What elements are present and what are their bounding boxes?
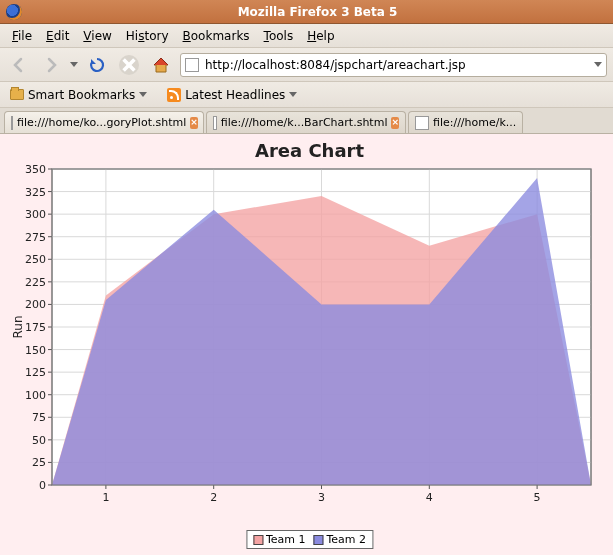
- menu-history[interactable]: History: [120, 27, 175, 45]
- svg-text:100: 100: [25, 389, 46, 402]
- forward-button[interactable]: [38, 52, 64, 78]
- page-content: Area Chart 02550751001251501752002252502…: [0, 134, 613, 555]
- legend-item: Team 2: [314, 533, 367, 546]
- close-icon[interactable]: ×: [391, 117, 399, 129]
- area-chart: 0255075100125150175200225250275300325350…: [8, 161, 603, 531]
- svg-text:175: 175: [25, 321, 46, 334]
- svg-text:3: 3: [318, 491, 325, 504]
- svg-text:275: 275: [25, 231, 46, 244]
- svg-text:50: 50: [32, 434, 46, 447]
- folder-icon: [10, 89, 24, 100]
- close-icon[interactable]: ×: [190, 117, 198, 129]
- menu-edit[interactable]: Edit: [40, 27, 75, 45]
- svg-text:75: 75: [32, 411, 46, 424]
- tab-label: file:///home/k...: [433, 116, 516, 129]
- menu-help[interactable]: Help: [301, 27, 340, 45]
- menu-file[interactable]: File: [6, 27, 38, 45]
- menu-bookmarks[interactable]: Bookmarks: [177, 27, 256, 45]
- page-icon: [11, 116, 13, 130]
- tab-2[interactable]: file:///home/k...: [408, 111, 523, 133]
- svg-text:0: 0: [39, 479, 46, 492]
- window-titlebar: Mozilla Firefox 3 Beta 5: [0, 0, 613, 24]
- svg-text:1: 1: [102, 491, 109, 504]
- chevron-down-icon: [289, 92, 297, 97]
- url-dropdown-icon[interactable]: [594, 62, 602, 67]
- url-bar[interactable]: [180, 53, 607, 77]
- bookmarks-toolbar: Smart Bookmarks Latest Headlines: [0, 82, 613, 108]
- window-title: Mozilla Firefox 3 Beta 5: [28, 5, 607, 19]
- tab-bar: file:///home/ko...goryPlot.shtml × file:…: [0, 108, 613, 134]
- bookmark-latest-label: Latest Headlines: [185, 88, 285, 102]
- svg-text:250: 250: [25, 253, 46, 266]
- tab-0[interactable]: file:///home/ko...goryPlot.shtml ×: [4, 111, 204, 133]
- chart-container: Area Chart 02550751001251501752002252502…: [8, 136, 611, 549]
- back-button[interactable]: [6, 52, 32, 78]
- stop-button[interactable]: [116, 52, 142, 78]
- svg-text:Run: Run: [11, 315, 25, 338]
- bookmark-smart-label: Smart Bookmarks: [28, 88, 135, 102]
- menu-tools[interactable]: Tools: [258, 27, 300, 45]
- page-icon: [213, 116, 217, 130]
- svg-text:5: 5: [534, 491, 541, 504]
- stop-icon: [119, 55, 139, 75]
- tab-label: file:///home/ko...goryPlot.shtml: [17, 116, 186, 129]
- nav-toolbar: [0, 48, 613, 82]
- svg-text:150: 150: [25, 344, 46, 357]
- legend-swatch: [314, 535, 324, 545]
- tab-label: file:///home/k...BarChart.shtml: [221, 116, 388, 129]
- page-icon: [415, 116, 429, 130]
- tab-1[interactable]: file:///home/k...BarChart.shtml ×: [206, 111, 406, 133]
- url-input[interactable]: [203, 57, 590, 73]
- history-dropdown-icon[interactable]: [70, 62, 78, 67]
- svg-text:4: 4: [426, 491, 433, 504]
- bookmark-smart[interactable]: Smart Bookmarks: [6, 86, 151, 104]
- svg-text:125: 125: [25, 366, 46, 379]
- legend-label: Team 2: [327, 533, 367, 546]
- svg-text:325: 325: [25, 186, 46, 199]
- legend-item: Team 1: [253, 533, 306, 546]
- bookmark-latest[interactable]: Latest Headlines: [163, 86, 301, 104]
- svg-text:350: 350: [25, 163, 46, 176]
- svg-text:2: 2: [210, 491, 217, 504]
- reload-button[interactable]: [84, 52, 110, 78]
- firefox-icon: [6, 4, 22, 20]
- page-icon: [185, 58, 199, 72]
- chart-title: Area Chart: [8, 136, 611, 161]
- svg-text:25: 25: [32, 456, 46, 469]
- menubar: File Edit View History Bookmarks Tools H…: [0, 24, 613, 48]
- chart-legend: Team 1Team 2: [246, 530, 373, 549]
- home-button[interactable]: [148, 52, 174, 78]
- chevron-down-icon: [139, 92, 147, 97]
- legend-swatch: [253, 535, 263, 545]
- svg-text:200: 200: [25, 298, 46, 311]
- menu-view[interactable]: View: [77, 27, 117, 45]
- rss-icon: [167, 88, 181, 102]
- svg-text:225: 225: [25, 276, 46, 289]
- svg-text:300: 300: [25, 208, 46, 221]
- legend-label: Team 1: [266, 533, 306, 546]
